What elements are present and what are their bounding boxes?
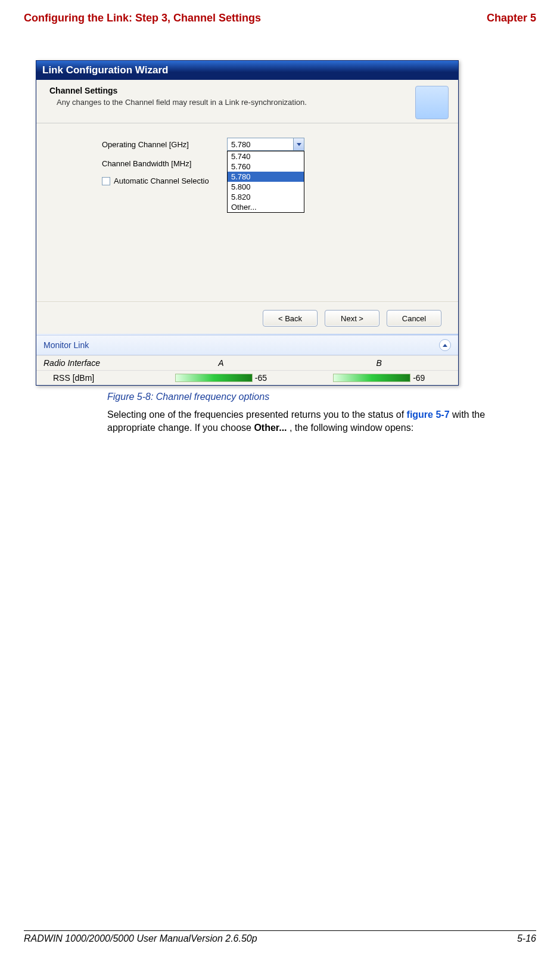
operating-channel-dropdown[interactable]: 5.740 5.760 5.780 5.800 5.820 Other... <box>227 151 304 213</box>
rss-b-bar <box>333 374 410 382</box>
dropdown-option-selected[interactable]: 5.780 <box>228 172 304 182</box>
rss-a-value: -65 <box>255 373 267 383</box>
rss-label: RSS [dBm] <box>36 371 142 386</box>
wizard-header-text: Channel Settings Any changes to the Chan… <box>49 86 307 107</box>
footer-left: RADWIN 1000/2000/5000 User ManualVersion… <box>24 933 257 944</box>
back-button[interactable]: < Back <box>263 310 318 327</box>
collapse-button[interactable] <box>439 339 451 351</box>
rss-a-cell: -65 <box>142 371 300 386</box>
dropdown-option[interactable]: 5.820 <box>228 192 304 202</box>
header-left: Configuring the Link: Step 3, Channel Se… <box>24 12 261 24</box>
auto-channel-checkbox[interactable] <box>102 177 110 185</box>
radio-interface-label: Radio Interface <box>36 356 142 371</box>
rss-b-cell: -69 <box>300 371 458 386</box>
channel-bandwidth-label: Channel Bandwidth [MHz] <box>102 159 227 168</box>
para-part1: Selecting one of the frequencies present… <box>107 409 407 420</box>
body-paragraph: Selecting one of the frequencies present… <box>107 408 524 434</box>
rss-row: RSS [dBm] -65 -69 <box>36 371 458 386</box>
rss-b-value: -69 <box>413 373 425 383</box>
auto-channel-label: Automatic Channel Selectio <box>114 176 209 185</box>
cancel-button[interactable]: Cancel <box>387 310 441 327</box>
dropdown-option[interactable]: Other... <box>228 202 304 212</box>
dropdown-button[interactable] <box>293 138 304 150</box>
window-titlebar[interactable]: Link Configuration Wizard <box>36 61 458 80</box>
monitor-icon <box>415 86 449 119</box>
wizard-body: Channel Settings Any changes to the Chan… <box>36 80 458 385</box>
col-b-header: B <box>300 356 458 371</box>
figure-caption: Figure 5-8: Channel frequency options <box>107 392 560 402</box>
monitor-link-title: Monitor Link <box>43 340 89 350</box>
footer-right: 5-16 <box>517 933 536 944</box>
monitor-header-row: Radio Interface A B <box>36 356 458 371</box>
chevron-up-icon <box>443 344 447 347</box>
wizard-header-band: Channel Settings Any changes to the Chan… <box>36 80 458 123</box>
dropdown-option[interactable]: 5.800 <box>228 182 304 192</box>
monitor-link-header[interactable]: Monitor Link <box>36 335 458 355</box>
rss-a-bar <box>175 374 253 382</box>
monitor-table: Radio Interface A B RSS [dBm] -65 -69 <box>36 355 458 385</box>
operating-channel-row: Operating Channel [GHz] 5.780 5.740 5.76… <box>102 138 434 151</box>
figure-link[interactable]: figure 5-7 <box>407 409 450 420</box>
operating-channel-label: Operating Channel [GHz] <box>102 140 227 149</box>
form-area: Operating Channel [GHz] 5.780 5.740 5.76… <box>36 123 458 302</box>
wizard-heading: Channel Settings <box>49 86 307 95</box>
wizard-subheading: Any changes to the Channel field may res… <box>57 98 307 107</box>
operating-channel-select[interactable]: 5.780 5.740 5.760 5.780 5.800 5.820 Othe… <box>227 138 304 151</box>
dropdown-option[interactable]: 5.760 <box>228 162 304 172</box>
dropdown-option[interactable]: 5.740 <box>228 151 304 162</box>
para-part3: , the following window opens: <box>290 423 413 433</box>
page-header: Configuring the Link: Step 3, Channel Se… <box>0 0 560 24</box>
wizard-button-row: < Back Next > Cancel <box>36 302 458 334</box>
page-footer: RADWIN 1000/2000/5000 User ManualVersion… <box>24 930 536 944</box>
next-button[interactable]: Next > <box>325 310 379 327</box>
chevron-down-icon <box>297 143 301 146</box>
header-right: Chapter 5 <box>487 12 536 24</box>
col-a-header: A <box>142 356 300 371</box>
wizard-window: Link Configuration Wizard Channel Settin… <box>36 60 459 386</box>
other-bold: Other... <box>254 423 287 433</box>
